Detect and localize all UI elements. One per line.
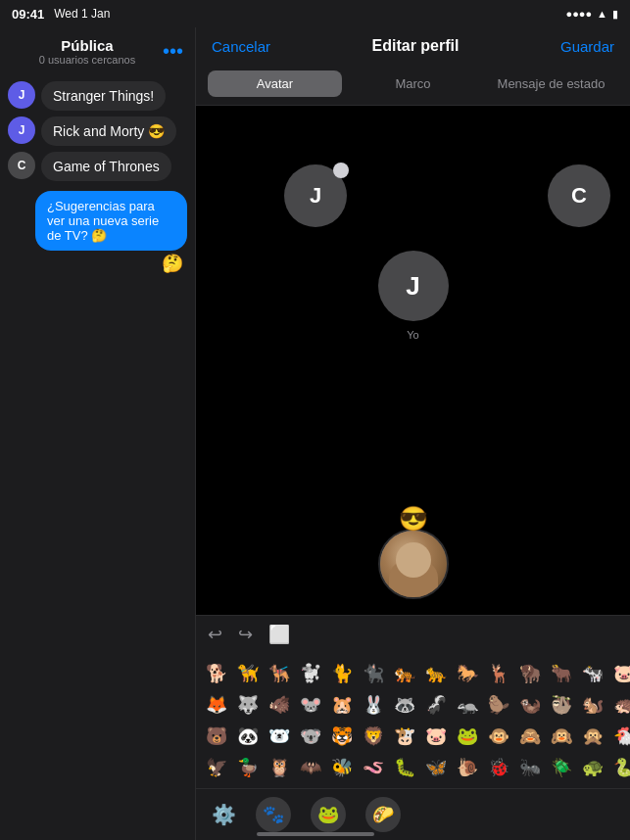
float-circle-c-top: C — [548, 164, 610, 227]
tab-avatar[interactable]: Avatar — [208, 70, 342, 97]
user-photo — [378, 529, 449, 599]
emoji-cell[interactable]: 🦊 — [202, 690, 231, 720]
avatar-c: C — [8, 152, 35, 179]
bubble-rick: Rick and Morty 😎 — [41, 117, 176, 146]
user-emoji-hat: 😎 — [399, 505, 428, 533]
redo-icon[interactable]: ↪ — [238, 624, 253, 645]
more-button[interactable]: ••• — [163, 40, 183, 63]
frog-picker-btn[interactable]: 🐸 — [311, 797, 346, 832]
emoji-cell[interactable]: 🐯 — [327, 722, 357, 751]
left-panel-title: Pública — [12, 37, 163, 54]
emoji-cell[interactable]: 🐜 — [515, 753, 545, 782]
emoji-cell[interactable]: 🦋 — [421, 753, 451, 782]
emoji-cell[interactable]: 🐞 — [484, 753, 513, 782]
tab-marco[interactable]: Marco — [346, 70, 480, 97]
emoji-cell[interactable]: 🐈‍⬛ — [359, 659, 388, 688]
save-button[interactable]: Guardar — [560, 38, 614, 55]
circle-j-main-label: Yo — [407, 329, 418, 341]
avatar-j2: J — [8, 117, 35, 144]
emoji-cell[interactable]: 🦨 — [421, 690, 451, 720]
emoji-cell[interactable]: 🦌 — [484, 659, 513, 688]
paw-picker-btn[interactable]: 🐾 — [256, 797, 291, 832]
emoji-cell[interactable]: 🐰 — [359, 690, 388, 720]
emoji-cell[interactable]: 🐍 — [609, 753, 630, 782]
emoji-cell[interactable]: 🐨 — [296, 722, 325, 751]
tab-bar: Avatar Marco Mensaje de estado — [196, 65, 630, 106]
emoji-cell[interactable]: 🐹 — [327, 690, 357, 720]
emoji-cell[interactable]: 🐷 — [421, 722, 451, 751]
emoji-cell[interactable]: 🦫 — [484, 690, 513, 720]
signal-icon: ●●●● — [566, 8, 593, 20]
emoji-cell[interactable]: 🦮 — [233, 659, 263, 688]
emoji-toolbar: ↩ ↪ ⬜ — [196, 615, 630, 653]
emoji-cell[interactable]: 🐗 — [265, 690, 294, 720]
emoji-cell[interactable]: 🦦 — [515, 690, 545, 720]
question-group: ¿Sugerencias para ver una nueva serie de… — [8, 191, 187, 274]
emoji-cell[interactable]: 🐵 — [484, 722, 513, 751]
emoji-cell[interactable]: 🪱 — [359, 753, 388, 782]
emoji-cell[interactable]: 🐄 — [578, 659, 607, 688]
status-icons: ●●●● ▲ ▮ — [566, 8, 618, 21]
emoji-cell[interactable]: 🐛 — [390, 753, 419, 782]
float-circle-j-top: J — [284, 164, 347, 227]
emoji-cell[interactable]: 🦥 — [547, 690, 576, 720]
right-panel: Cancelar Editar perfil Guardar Avatar Ma… — [196, 27, 630, 840]
emoji-cell[interactable]: 🦔 — [609, 690, 630, 720]
emoji-cell[interactable]: 🐿️ — [578, 690, 607, 720]
emoji-cell[interactable]: 🦬 — [515, 659, 545, 688]
emoji-cell[interactable]: 🐼 — [233, 722, 263, 751]
emoji-cell[interactable]: 🙊 — [578, 722, 607, 751]
home-indicator — [257, 832, 374, 836]
emoji-cell[interactable]: 🦝 — [390, 690, 419, 720]
emoji-cell[interactable]: 🐻‍❄️ — [265, 722, 294, 751]
emoji-cell[interactable]: 🙉 — [547, 722, 576, 751]
emoji-cell[interactable]: 🐝 — [327, 753, 357, 782]
emoji-cell[interactable]: 🪲 — [547, 753, 576, 782]
wifi-icon: ▲ — [597, 8, 607, 20]
emoji-cell[interactable]: 🐔 — [609, 722, 630, 751]
emoji-cell[interactable]: 🐭 — [296, 690, 325, 720]
emoji-cell[interactable]: 🐎 — [453, 659, 482, 688]
undo-icon[interactable]: ↩ — [208, 624, 222, 645]
chat-item-1: J Stranger Things! — [8, 81, 187, 111]
emoji-cell[interactable]: 🐮 — [390, 722, 419, 751]
profile-title: Editar perfil — [372, 37, 460, 55]
emoji-cell[interactable]: 🐕‍🦺 — [265, 659, 294, 688]
emoji-cell[interactable]: 🐸 — [453, 722, 482, 751]
emoji-cell[interactable]: 🐈 — [327, 659, 357, 688]
profile-header: Cancelar Editar perfil Guardar — [196, 27, 630, 65]
clipboard-icon[interactable]: ⬜ — [268, 624, 290, 645]
emoji-cell[interactable]: 🐺 — [233, 690, 263, 720]
emoji-cell[interactable]: 🐷 — [609, 659, 630, 688]
chat-item-2: J Rick and Morty 😎 — [8, 117, 187, 146]
emoji-cell[interactable]: 🐆 — [421, 659, 451, 688]
emoji-cell[interactable]: 🦡 — [453, 690, 482, 720]
emoji-cell[interactable]: 🐕 — [202, 659, 231, 688]
emoji-cell[interactable]: 🦇 — [296, 753, 325, 782]
status-time: 09:41 — [12, 7, 44, 22]
settings-picker-icon[interactable]: ⚙️ — [212, 803, 236, 826]
emoji-cell[interactable]: 🐂 — [547, 659, 576, 688]
question-bubble: ¿Sugerencias para ver una nueva serie de… — [35, 191, 187, 251]
chat-item-3: C Game of Thrones — [8, 152, 187, 181]
left-panel-subtitle: 0 usuarios cercanos — [12, 54, 163, 66]
emoji-cell[interactable]: 🐅 — [390, 659, 419, 688]
float-circle-j-main[interactable]: J — [378, 251, 449, 321]
emoji-cell[interactable]: 🦆 — [233, 753, 263, 782]
emoji-cell[interactable]: 🙈 — [515, 722, 545, 751]
emoji-cell[interactable]: 🦅 — [202, 753, 231, 782]
bubble-stranger: Stranger Things! — [41, 81, 166, 111]
tab-mensaje[interactable]: Mensaje de estado — [484, 70, 618, 97]
emoji-cell[interactable]: 🦁 — [359, 722, 388, 751]
emoji-cell[interactable]: 🦉 — [265, 753, 294, 782]
emoji-cell[interactable]: 🐢 — [578, 753, 607, 782]
emoji-cell[interactable]: 🐌 — [453, 753, 482, 782]
emoji-cell[interactable]: 🐩 — [296, 659, 325, 688]
chat-area: J Stranger Things! J Rick and Morty 😎 C … — [0, 73, 195, 282]
emoji-cell[interactable]: 🐻 — [202, 722, 231, 751]
left-panel: Pública 0 usuarios cercanos ••• J Strang… — [0, 27, 196, 840]
user-photo-container[interactable]: 😎 — [378, 505, 449, 599]
taco-picker-btn[interactable]: 🌮 — [365, 797, 401, 832]
avatar-j: J — [8, 81, 35, 109]
cancel-button[interactable]: Cancelar — [212, 38, 270, 55]
